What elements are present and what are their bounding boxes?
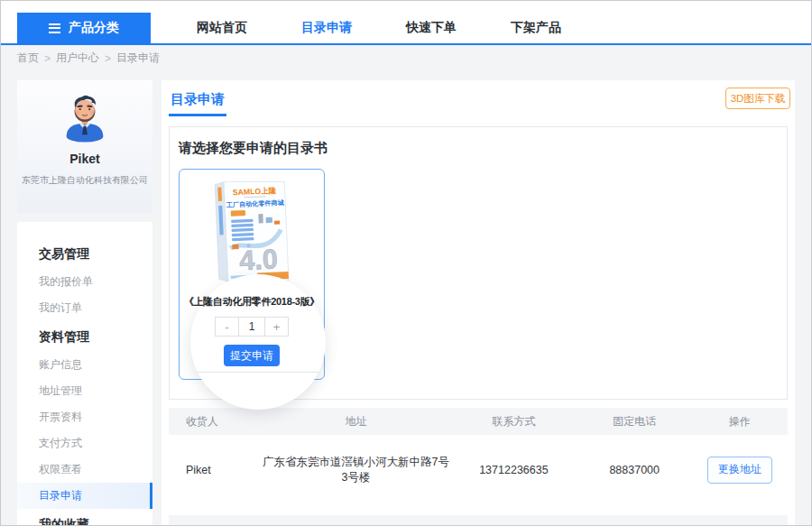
submit-application-button[interactable]: 提交申请 <box>224 345 280 366</box>
spotlight-card-edge-line <box>190 372 326 373</box>
sidebar-item-address-management[interactable]: 地址管理 <box>17 378 152 404</box>
action-cell: 更换地址 <box>692 457 788 484</box>
hamburger-menu-icon <box>49 23 60 33</box>
quantity-input[interactable] <box>238 317 265 337</box>
quantity-stepper: - + <box>180 317 324 337</box>
catalog-application-page: 产品分类 网站首页 目录申请 快速下单 下架产品 首页 > 用户中心 > 目录申… <box>0 0 812 526</box>
consignee-value: Piket <box>169 464 262 476</box>
page-title: 目录申请 <box>169 91 226 116</box>
user-name: Piket <box>69 152 99 166</box>
col-catalog-version: 目录版本 <box>249 523 342 526</box>
page-body: 首页 > 用户中心 > 目录申请 <box>1 45 811 525</box>
nav-link-delisted-products[interactable]: 下架产品 <box>484 20 588 36</box>
col-tracking-number: 快递单号 <box>611 523 695 526</box>
sidebar-item-payment-method[interactable]: 支付方式 <box>17 430 152 457</box>
col-apply-quantity: 申请数量 <box>478 523 549 526</box>
top-navbar: 产品分类 网站首页 目录申请 快速下单 下架产品 <box>1 1 811 45</box>
sidebar-menu: 交易管理 我的报价单 我的订单 资料管理 账户信息 地址管理 开票资料 支付方式… <box>17 222 152 525</box>
col-contact: 联系方式 <box>450 414 577 429</box>
product-category-label: 产品分类 <box>69 20 119 36</box>
col-acceptance-time: 受理时间 <box>695 523 769 526</box>
select-section-heading: 请选择您要申请的目录书 <box>179 140 778 157</box>
menu-section-trade: 交易管理 <box>17 238 152 269</box>
main-panel: 目录申请 3D图库下载 请选择您要申请的目录书 <box>161 80 795 525</box>
nav-links: 网站首页 目录申请 快速下单 下架产品 <box>170 13 588 43</box>
breadcrumb-separator: > <box>44 52 51 65</box>
col-action: 操作 <box>692 414 788 429</box>
col-consignee: 收货人 <box>169 414 262 429</box>
col-apply-time: 申请时间 <box>169 523 249 526</box>
sidebar: Piket 东莞市上隆自动化科技有限公司 交易管理 我的报价单 我的订单 资料管… <box>17 80 152 525</box>
user-company: 东莞市上隆自动化科技有限公司 <box>22 174 148 187</box>
sidebar-item-my-quotes[interactable]: 我的报价单 <box>17 269 152 295</box>
breadcrumb: 首页 > 用户中心 > 目录申请 <box>1 45 811 71</box>
quantity-increase-button[interactable]: + <box>265 317 289 337</box>
breadcrumb-current: 目录申请 <box>116 51 160 66</box>
col-landline: 固定电话 <box>577 414 692 429</box>
col-shipped-quantity: 实发数量 <box>549 523 612 526</box>
sidebar-item-my-orders[interactable]: 我的订单 <box>17 295 152 321</box>
user-card: Piket 东莞市上隆自动化科技有限公司 <box>17 80 152 213</box>
landline-value: 88837000 <box>577 464 692 476</box>
sidebar-item-catalog-application[interactable]: 目录申请 <box>17 483 152 509</box>
svg-text:SAMLO上隆: SAMLO上隆 <box>233 186 277 197</box>
nav-link-catalog-application[interactable]: 目录申请 <box>274 20 379 36</box>
address-value: 广东省东莞市道滘镇小河大新中路7号3号楼 <box>262 455 450 485</box>
sidebar-item-invoice-info[interactable]: 开票资料 <box>17 404 152 430</box>
breadcrumb-home[interactable]: 首页 <box>17 51 39 66</box>
col-address: 地址 <box>262 414 450 429</box>
quantity-decrease-button[interactable]: - <box>215 317 238 337</box>
catalog-select-section: 请选择您要申请的目录书 SAMLO上隆 <box>169 126 788 400</box>
address-table-row: Piket 广东省东莞市道滘镇小河大新中路7号3号楼 13712236635 8… <box>169 435 788 504</box>
nav-link-quick-order[interactable]: 快速下单 <box>379 20 484 36</box>
contact-value: 13712236635 <box>450 464 577 476</box>
catalog-book-name: 《上隆自动化用零件2018-3版》 <box>180 295 324 309</box>
sidebar-item-account-info[interactable]: 账户信息 <box>17 352 152 378</box>
address-table-header: 收货人 地址 联系方式 固定电话 操作 <box>169 408 788 435</box>
sidebar-item-permission-view[interactable]: 权限查看 <box>17 457 152 483</box>
user-avatar <box>59 91 111 143</box>
content-area: Piket 东莞市上隆自动化科技有限公司 交易管理 我的报价单 我的订单 资料管… <box>1 71 811 525</box>
nav-link-home[interactable]: 网站首页 <box>170 20 274 36</box>
breadcrumb-user-center[interactable]: 用户中心 <box>56 51 99 66</box>
product-category-button[interactable]: 产品分类 <box>17 13 151 43</box>
history-table-header: 申请时间 目录版本 收件信息 申请数量 实发数量 快递单号 受理时间 <box>169 515 788 526</box>
breadcrumb-separator: > <box>105 52 111 65</box>
catalog-book-controls: 《上隆自动化用零件2018-3版》 - + 提交申请 <box>180 295 324 366</box>
3d-library-download-button[interactable]: 3D图库下载 <box>725 88 790 109</box>
col-recipient-info: 收件信息 <box>342 523 478 526</box>
menu-section-favorites: 我的收藏 <box>17 509 152 525</box>
change-address-button[interactable]: 更换地址 <box>707 457 772 484</box>
menu-section-profile: 资料管理 <box>17 321 152 352</box>
svg-text:4.0: 4.0 <box>239 243 279 275</box>
